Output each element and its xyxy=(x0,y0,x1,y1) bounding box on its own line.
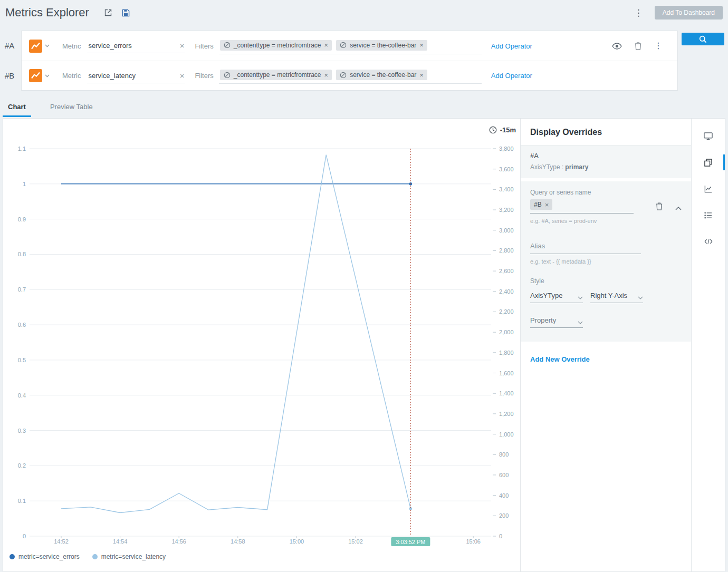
svg-text:0.5: 0.5 xyxy=(18,357,26,363)
svg-text:15:00: 15:00 xyxy=(290,538,304,545)
svg-text:14:52: 14:52 xyxy=(54,538,69,545)
remove-filter-icon[interactable]: × xyxy=(419,42,424,49)
svg-text:1,200: 1,200 xyxy=(499,411,514,417)
query-row-label-b: #B xyxy=(5,61,14,91)
metric-type-selector[interactable] xyxy=(29,69,50,82)
svg-text:600: 600 xyxy=(499,472,509,478)
metric-input[interactable]: service_errors × xyxy=(87,38,185,53)
save-icon[interactable] xyxy=(122,9,130,17)
override-editor: Query or series name #B × e. xyxy=(521,181,691,342)
add-to-dashboard-button[interactable]: Add To Dashboard xyxy=(655,6,723,20)
alias-input[interactable]: Alias xyxy=(530,238,641,254)
legend-label: metric=service_errors xyxy=(18,553,80,560)
header: Metrics Explorer ⋮ Add To Dashboard xyxy=(0,0,728,25)
filters-input[interactable]: _contenttype = metricfromtrace × service… xyxy=(219,38,482,54)
override-query-id: #A xyxy=(530,152,682,160)
svg-text:1,800: 1,800 xyxy=(499,350,514,356)
metric-value: service_errors xyxy=(88,42,131,50)
metric-input[interactable]: service_latency × xyxy=(87,69,185,83)
filter-chip-text: service = the-coffee-bar xyxy=(350,42,416,49)
svg-text:2,000: 2,000 xyxy=(499,329,514,335)
visibility-eye-icon[interactable] xyxy=(612,43,622,50)
tab-preview-table[interactable]: Preview Table xyxy=(45,98,98,117)
svg-text:14:56: 14:56 xyxy=(171,538,186,545)
svg-text:0.9: 0.9 xyxy=(18,216,26,222)
time-range-control[interactable]: -15m xyxy=(489,126,516,134)
metric-chart-icon xyxy=(29,69,42,82)
svg-text:14:58: 14:58 xyxy=(231,538,245,545)
chevron-down-icon xyxy=(578,321,583,324)
svg-text:3,400: 3,400 xyxy=(499,186,514,192)
svg-text:400: 400 xyxy=(499,492,509,499)
svg-text:0.4: 0.4 xyxy=(18,392,26,399)
axis-value-select[interactable]: Right Y-Axis xyxy=(590,289,643,303)
svg-text:3:03:52 PM: 3:03:52 PM xyxy=(396,539,425,545)
svg-text:1.1: 1.1 xyxy=(18,146,26,152)
svg-text:15:06: 15:06 xyxy=(466,538,481,545)
view-tabs: Chart Preview Table xyxy=(3,98,98,117)
svg-text:14:54: 14:54 xyxy=(113,538,128,545)
axis-type-select[interactable]: AxisYType xyxy=(530,289,583,303)
svg-text:0.7: 0.7 xyxy=(18,286,26,293)
tab-chart[interactable]: Chart xyxy=(3,98,31,117)
query-series-input[interactable]: #B × xyxy=(530,196,634,214)
svg-text:3,000: 3,000 xyxy=(499,227,514,234)
alias-hint: e.g. text - {{ metadata }} xyxy=(530,258,682,265)
svg-text:1,000: 1,000 xyxy=(499,431,514,438)
rail-monitor-icon[interactable] xyxy=(692,123,725,149)
filter-chip-text: _contenttype = metricfromtrace xyxy=(234,71,321,79)
page-title: Metrics Explorer xyxy=(5,6,89,20)
filters-input[interactable]: _contenttype = metricfromtrace × service… xyxy=(219,67,482,84)
query-chip[interactable]: #B × xyxy=(530,199,552,210)
metric-value: service_latency xyxy=(88,72,136,80)
collapse-override-icon[interactable] xyxy=(675,207,682,214)
svg-text:3,200: 3,200 xyxy=(499,207,514,213)
rail-code-icon[interactable] xyxy=(692,228,725,255)
svg-text:1,400: 1,400 xyxy=(499,390,514,396)
metric-label: Metric xyxy=(62,42,81,50)
rail-display-overrides-icon[interactable] xyxy=(692,149,725,176)
remove-filter-icon[interactable]: × xyxy=(324,72,329,79)
add-operator-link[interactable]: Add Operator xyxy=(491,42,532,50)
filter-chip[interactable]: service = the-coffee-bar × xyxy=(336,40,427,51)
filter-chip[interactable]: service = the-coffee-bar × xyxy=(336,70,427,80)
svg-text:800: 800 xyxy=(499,451,509,458)
filter-chip-text: service = the-coffee-bar xyxy=(350,71,416,79)
query-row-actions: ⋮ xyxy=(612,31,663,61)
property-select[interactable]: Property xyxy=(530,314,583,328)
clear-metric-icon[interactable]: × xyxy=(180,42,185,50)
filter-chip[interactable]: _contenttype = metricfromtrace × xyxy=(220,40,332,51)
legend-dot xyxy=(92,554,98,559)
delete-query-icon[interactable] xyxy=(635,42,641,50)
query-kebab-menu-icon[interactable]: ⋮ xyxy=(654,42,663,50)
query-row-ids: #A #B xyxy=(5,31,14,91)
remove-query-chip-icon[interactable]: × xyxy=(545,201,549,208)
filter-chip[interactable]: _contenttype = metricfromtrace × xyxy=(220,70,332,80)
legend-item-service-latency[interactable]: metric=service_latency xyxy=(92,553,166,560)
chevron-down-icon xyxy=(45,74,50,77)
add-new-override-link[interactable]: Add New Override xyxy=(521,345,691,374)
legend-item-service-errors[interactable]: metric=service_errors xyxy=(9,553,80,560)
header-kebab-menu-icon[interactable]: ⋮ xyxy=(634,8,643,17)
remove-filter-icon[interactable]: × xyxy=(419,72,424,79)
exclude-icon xyxy=(224,42,231,49)
delete-override-icon[interactable] xyxy=(656,202,663,214)
run-query-button[interactable] xyxy=(682,33,724,45)
metric-type-selector[interactable] xyxy=(29,40,50,53)
overrides-title: Display Overrides xyxy=(521,119,691,146)
metrics-chart[interactable]: 00.10.20.30.40.50.60.70.80.911.102004006… xyxy=(3,119,520,548)
override-summary[interactable]: #A AxisYType :primary xyxy=(521,146,691,178)
remove-filter-icon[interactable]: × xyxy=(324,42,329,49)
active-indicator xyxy=(723,154,725,170)
rail-chart-settings-icon[interactable] xyxy=(692,176,725,202)
svg-text:0.8: 0.8 xyxy=(18,251,26,257)
svg-text:0.2: 0.2 xyxy=(18,462,26,469)
rail-legend-list-icon[interactable] xyxy=(692,202,725,228)
export-icon[interactable] xyxy=(104,8,112,17)
query-series-label: Query or series name xyxy=(530,189,682,196)
chevron-down-icon xyxy=(638,296,643,299)
svg-text:2,200: 2,200 xyxy=(499,308,514,315)
clear-metric-icon[interactable]: × xyxy=(180,72,185,80)
svg-text:2,600: 2,600 xyxy=(499,268,514,274)
add-operator-link[interactable]: Add Operator xyxy=(491,72,532,80)
